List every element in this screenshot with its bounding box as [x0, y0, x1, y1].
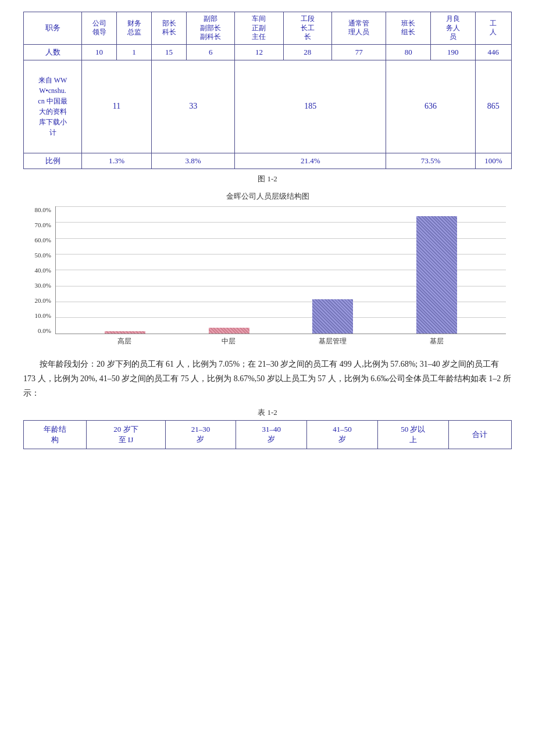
row-label-count: 人数 [24, 44, 82, 60]
personnel-structure-table: 职务 公司领导 财务总监 部长科长 副部副部长副科长 车间正副主任 工段长工长 … [23, 12, 512, 169]
ratio-grassroots-mgr: 21.4% [235, 153, 386, 169]
count-dept-chief: 15 [152, 44, 187, 60]
col-header-team-leader: 班长组长 [386, 12, 431, 45]
y-label-10: 10.0% [35, 312, 51, 319]
col-header-company-leader: 公司领导 [82, 12, 117, 45]
col-header-normal-mgr: 通常管理人员 [331, 12, 386, 45]
col-header-finance-director: 财务总监 [117, 12, 152, 45]
row-label-subtotal: 来自 WWW•cnshu.cn 中国最大的资料库下载小计 [24, 60, 82, 153]
col-header-deputy-dept: 副部副部长副科长 [187, 12, 235, 45]
age-structure-table: 年龄结构 20 岁下至 IJ 21–30岁 31–40岁 41–50岁 50 岁… [23, 420, 512, 449]
age-col-header-total: 合计 [448, 421, 511, 449]
subtotal-middle: 33 [152, 60, 235, 153]
age-col-header-21to30: 21–30岁 [165, 421, 236, 449]
x-label-grassroots-mgr: 基层管理 [312, 336, 353, 346]
subtotal-grassroots-mgr: 185 [235, 60, 386, 153]
y-label-80: 80.0% [35, 206, 51, 213]
age-col-header-41to50: 41–50岁 [307, 421, 378, 449]
y-label-30: 30.0% [35, 282, 51, 289]
bar-middle [209, 328, 249, 334]
ratio-senior: 1.3% [82, 153, 152, 169]
row-label-ratio: 比例 [24, 153, 82, 169]
count-team-leader: 80 [386, 44, 431, 60]
y-label-60: 60.0% [35, 237, 51, 243]
col-header-workshop: 车间正副主任 [235, 12, 283, 45]
count-workshop: 12 [235, 44, 283, 60]
bar-grassroots-mgr [312, 299, 353, 334]
y-label-0: 0.0% [38, 327, 51, 334]
age-description-paragraph: 按年龄段划分：20 岁下列的员工有 61 人，比例为 7.05%；在 21–30… [23, 357, 512, 401]
count-normal-mgr: 77 [331, 44, 386, 60]
count-service-staff: 190 [431, 44, 476, 60]
age-col-header-over50: 50 岁以上 [377, 421, 448, 449]
grid-80 [56, 206, 506, 207]
subtotal-total: 865 [475, 60, 511, 153]
subtotal-grassroots: 636 [386, 60, 475, 153]
ratio-middle: 3.8% [152, 153, 235, 169]
bar-senior [105, 331, 145, 334]
col-header-section-leader: 工段长工长 [283, 12, 331, 45]
ratio-total: 100% [475, 153, 511, 169]
col-header-position: 职务 [24, 12, 82, 45]
x-label-senior: 高层 [104, 336, 145, 346]
y-label-40: 40.0% [35, 267, 51, 274]
count-company-leader: 10 [82, 44, 117, 60]
age-col-header-structure: 年龄结构 [24, 421, 87, 449]
y-label-70: 70.0% [35, 221, 51, 228]
bar-chart: 金晖公司人员层级结构图 80.0% 70.0% 60.0% 50.0% 40.0… [23, 191, 512, 346]
bar-grassroots [416, 216, 457, 334]
ratio-grassroots: 73.5% [386, 153, 475, 169]
count-worker: 446 [475, 44, 511, 60]
age-col-header-31to40: 31–40岁 [236, 421, 307, 449]
age-col-header-under20: 20 岁下至 IJ [87, 421, 165, 449]
y-label-20: 20.0% [35, 297, 51, 304]
col-header-dept-chief: 部长科长 [152, 12, 187, 45]
x-label-middle: 中层 [208, 336, 249, 346]
count-deputy-dept: 6 [187, 44, 235, 60]
y-label-50: 50.0% [35, 252, 51, 259]
chart-title: 金晖公司人员层级结构图 [23, 191, 512, 202]
figure-label: 图 1-2 [23, 174, 512, 184]
col-header-service-staff: 月良务人员 [431, 12, 476, 45]
count-section-leader: 28 [283, 44, 331, 60]
col-header-worker: 工人 [475, 12, 511, 45]
count-finance-director: 1 [117, 44, 152, 60]
table2-label: 表 1-2 [23, 407, 512, 418]
x-label-grassroots: 基层 [416, 336, 457, 346]
subtotal-senior: 11 [82, 60, 152, 153]
